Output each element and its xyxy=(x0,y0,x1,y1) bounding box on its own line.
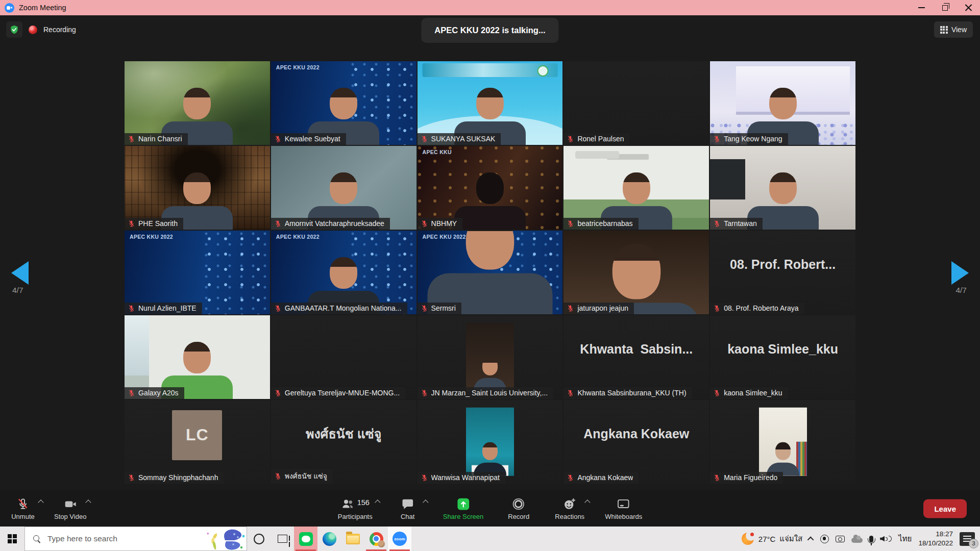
participants-icon xyxy=(341,497,355,511)
participant-tile[interactable]: Angkana KokaewAngkana Kokaew xyxy=(564,400,709,484)
unmute-options-chevron[interactable] xyxy=(38,499,43,505)
security-shield-button[interactable] xyxy=(6,21,22,38)
participant-tile[interactable]: Amornvit Vatcharaphrueksadee xyxy=(271,146,416,230)
participant-tile[interactable]: PHE Saorith xyxy=(125,146,270,230)
notification-center-button[interactable]: 3 xyxy=(960,532,975,546)
chat-button[interactable]: Chat xyxy=(392,496,424,520)
clock[interactable]: 18:27 18/10/2022 xyxy=(918,530,953,547)
minimize-button[interactable] xyxy=(910,0,933,15)
tray-microphone-icon[interactable] xyxy=(869,536,873,542)
participant-tile[interactable]: APEC KKU 2022Sermsri xyxy=(418,231,563,314)
taskbar-zoom-app[interactable]: zoom xyxy=(388,527,411,551)
active-speaker-banner: APEC KKU 2022 is talking... xyxy=(421,18,558,43)
recording-label: Recording xyxy=(43,26,76,34)
volume-icon[interactable] xyxy=(880,536,892,542)
unmute-button[interactable]: Unmute xyxy=(7,496,39,520)
participant-nameplate: พงศ์ธนัช แซ่จู xyxy=(271,469,333,484)
share-screen-button[interactable]: Share Screen xyxy=(443,496,484,520)
participant-tile[interactable]: APEC KKUNBHMY xyxy=(418,146,563,230)
language-indicator[interactable]: ไทย xyxy=(898,533,912,545)
minimize-icon xyxy=(918,7,925,8)
participant-tile[interactable]: Narin Chansri xyxy=(125,61,270,145)
participant-name: kaona Simlee_kku xyxy=(724,389,782,397)
participant-tile[interactable]: kaona Simlee_kkukaona Simlee_kku xyxy=(710,315,855,399)
video-options-chevron[interactable] xyxy=(86,499,91,505)
task-view-icon xyxy=(278,535,287,543)
weather-widget[interactable]: 27°C แจ่มใส xyxy=(741,532,802,545)
cortana-button[interactable] xyxy=(247,527,271,551)
next-page-arrow[interactable] xyxy=(951,261,969,285)
participant-tile[interactable]: Ronel Paulsen xyxy=(564,61,709,145)
maximize-button[interactable] xyxy=(933,0,957,15)
meet-now-icon[interactable] xyxy=(836,536,845,542)
reactions-button[interactable]: Reactions xyxy=(554,496,585,520)
taskbar-search[interactable] xyxy=(24,527,247,551)
taskbar-line-app[interactable] xyxy=(294,527,317,551)
muted-mic-icon xyxy=(713,474,721,482)
participant-nameplate: Sommay Shingphachanh xyxy=(125,472,224,484)
leave-button[interactable]: Leave xyxy=(923,499,967,518)
participant-tile[interactable]: Tarntawan xyxy=(710,146,855,230)
record-icon xyxy=(512,497,525,511)
virtual-bg-title: APEC KKU 2022 xyxy=(276,64,320,70)
windows-logo-icon xyxy=(8,534,17,543)
participant-tile[interactable]: Gereltuya Tsereljav-MNUE-MONG... xyxy=(271,315,416,399)
muted-mic-icon xyxy=(421,305,428,312)
muted-mic-icon xyxy=(128,135,135,143)
participant-tile[interactable]: Maria Figueiredo xyxy=(710,400,855,484)
participant-display-name: 08. Prof. Robert... xyxy=(717,257,848,271)
taskbar-file-explorer[interactable] xyxy=(341,527,364,551)
participant-tile[interactable]: JN Marzan_ Saint Louis University,... xyxy=(418,315,563,399)
tray-time: 18:27 xyxy=(918,530,953,539)
file-explorer-icon xyxy=(346,534,360,544)
meeting-toolbar: Unmute Stop Video xyxy=(0,490,980,527)
participant-nameplate: GANBAATAR.T Mongolian Nationa... xyxy=(271,303,407,314)
participant-tile[interactable]: Galaxy A20s xyxy=(125,315,270,399)
participant-tile[interactable]: LCSommay Shingphachanh xyxy=(125,400,270,484)
participants-chevron[interactable] xyxy=(375,499,380,505)
window-title: Zoom Meeting xyxy=(19,4,66,12)
participant-name: Nurul Azlien_IBTE xyxy=(138,304,197,312)
task-view-button[interactable] xyxy=(271,527,294,551)
participant-name: SUKANYA SUKSAK xyxy=(431,135,496,143)
participant-name: jaturapon jeajun xyxy=(577,304,628,312)
muted-mic-icon xyxy=(713,220,721,228)
video-camera-icon xyxy=(63,497,78,511)
participant-name: Sommay Shingphachanh xyxy=(138,473,218,482)
tray-overflow-chevron-icon[interactable] xyxy=(807,536,814,543)
participant-tile[interactable]: SUKANYA SUKSAK xyxy=(418,61,563,145)
muted-mic-icon xyxy=(567,389,574,397)
reactions-chevron[interactable] xyxy=(585,499,591,505)
start-button[interactable] xyxy=(0,527,24,551)
participant-tile[interactable]: jaturapon jeajun xyxy=(564,231,709,314)
whiteboards-button[interactable]: Whiteboards xyxy=(605,496,642,520)
stop-video-button[interactable]: Stop Video xyxy=(54,496,86,520)
share-screen-label: Share Screen xyxy=(443,513,484,520)
search-input[interactable] xyxy=(47,534,180,543)
participant-tile[interactable]: beatricebarnabas xyxy=(564,146,709,230)
taskbar-chrome-app[interactable] xyxy=(364,527,388,551)
close-button[interactable] xyxy=(957,0,980,15)
participant-nameplate: Nurul Azlien_IBTE xyxy=(125,303,202,314)
taskbar-edge-app[interactable] xyxy=(317,527,341,551)
previous-page-arrow[interactable] xyxy=(11,261,29,285)
participant-name: Sermsri xyxy=(431,304,456,312)
chat-chevron[interactable] xyxy=(423,499,428,505)
participant-video-figure xyxy=(418,231,563,314)
participant-tile[interactable]: APEC KKU 2022Nurul Azlien_IBTE xyxy=(125,231,270,314)
tray-record-icon[interactable] xyxy=(820,535,829,543)
virtual-bg-title: APEC KKU xyxy=(423,149,452,155)
onedrive-icon[interactable] xyxy=(851,538,863,543)
participant-tile[interactable]: 08. Prof. Robert...08. Prof. Roberto Ara… xyxy=(710,231,855,314)
participants-button[interactable]: 156 Participants xyxy=(338,496,373,520)
participant-tile[interactable]: พงศ์ธนัช แซ่จูพงศ์ธนัช แซ่จู xyxy=(271,400,416,484)
view-button[interactable]: View xyxy=(934,21,973,38)
participant-tile[interactable]: APEC KKU 2022GANBAATAR.T Mongolian Natio… xyxy=(271,231,416,314)
muted-mic-icon xyxy=(713,135,721,143)
participant-name: พงศ์ธนัช แซ่จู xyxy=(285,470,327,482)
participant-tile[interactable]: Khwanta Sabsin...Khwanta Sabsinburana_KK… xyxy=(564,315,709,399)
participant-tile[interactable]: APEC KKU 2022Kewalee Suebyat xyxy=(271,61,416,145)
record-button[interactable]: Record xyxy=(503,496,534,520)
participant-tile[interactable]: Wanwisa Wannapipat xyxy=(418,400,563,484)
participant-tile[interactable]: Tang Keow Ngang xyxy=(710,61,855,145)
